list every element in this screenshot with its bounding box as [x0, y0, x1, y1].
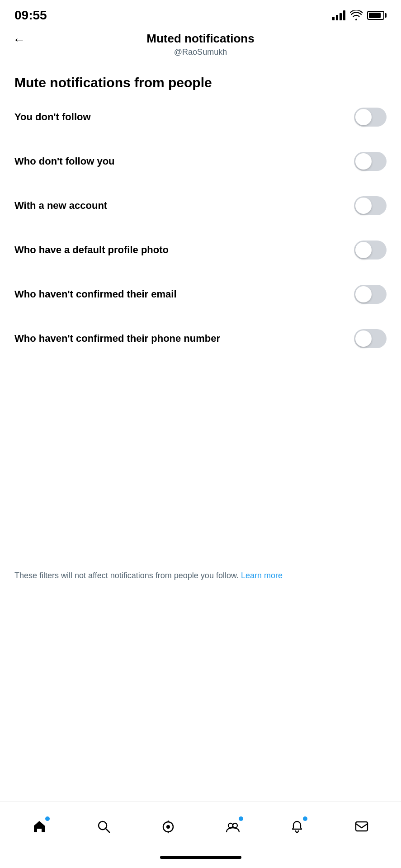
status-icons [332, 10, 387, 20]
toggle-item-default-photo: Who have a default profile photo [14, 228, 387, 272]
header: ← Muted notifications @RaoSumukh [0, 27, 401, 66]
svg-point-7 [233, 823, 237, 828]
nav-spaces[interactable] [150, 811, 186, 843]
toggle-switch-new-account[interactable] [354, 196, 387, 215]
account-handle: @RaoSumukh [174, 47, 227, 57]
search-icon [94, 817, 113, 836]
toggle-switch-no-phone[interactable] [354, 329, 387, 348]
svg-point-3 [166, 825, 170, 829]
notifications-icon [288, 817, 307, 836]
toggle-switch-dont-follow[interactable] [354, 108, 387, 127]
wifi-icon [350, 10, 363, 20]
toggle-switch-default-photo[interactable] [354, 241, 387, 259]
communities-dot [239, 816, 243, 821]
toggle-item-dont-follow: You don't follow [14, 95, 387, 139]
toggle-label-new-account: With a new account [14, 199, 354, 212]
signal-icon [332, 10, 345, 20]
page-title: Muted notifications [146, 32, 254, 46]
nav-notifications[interactable] [279, 811, 315, 843]
toggle-switch-no-email[interactable] [354, 285, 387, 304]
toggle-item-dont-follow-you: Who don't follow you [14, 139, 387, 184]
status-time: 09:55 [14, 8, 47, 23]
svg-rect-8 [356, 822, 368, 831]
footer-note: These filters will not affect notificati… [0, 562, 401, 600]
toggle-item-no-phone: Who haven't confirmed their phone number [14, 316, 387, 361]
toggle-switch-dont-follow-you[interactable] [354, 152, 387, 171]
status-bar: 09:55 [0, 0, 401, 27]
toggle-label-dont-follow: You don't follow [14, 110, 354, 124]
svg-point-6 [228, 823, 233, 828]
nav-search[interactable] [86, 811, 122, 843]
home-indicator [0, 851, 401, 868]
spaces-icon [159, 817, 178, 836]
battery-icon [367, 11, 387, 20]
toggle-label-dont-follow-you: Who don't follow you [14, 155, 354, 168]
messages-icon [352, 817, 371, 836]
section-title: Mute notifications from people [0, 66, 401, 95]
toggle-item-new-account: With a new account [14, 184, 387, 228]
learn-more-link[interactable]: Learn more [241, 571, 283, 580]
toggle-list: You don't followWho don't follow youWith… [0, 95, 401, 562]
communities-icon [223, 817, 242, 836]
toggle-label-no-email: Who haven't confirmed their email [14, 288, 354, 301]
bottom-nav [0, 802, 401, 851]
footer-note-text: These filters will not affect notificati… [14, 571, 241, 580]
nav-messages[interactable] [344, 811, 380, 843]
home-icon [30, 817, 49, 836]
toggle-label-default-photo: Who have a default profile photo [14, 243, 354, 257]
toggle-item-no-email: Who haven't confirmed their email [14, 272, 387, 316]
notifications-dot [303, 816, 307, 821]
toggle-label-no-phone: Who haven't confirmed their phone number [14, 332, 354, 345]
nav-home[interactable] [21, 811, 57, 843]
svg-line-1 [106, 829, 109, 832]
back-button[interactable]: ← [13, 33, 25, 47]
home-dot [45, 816, 50, 821]
home-bar [160, 856, 241, 859]
nav-communities[interactable] [215, 811, 251, 843]
